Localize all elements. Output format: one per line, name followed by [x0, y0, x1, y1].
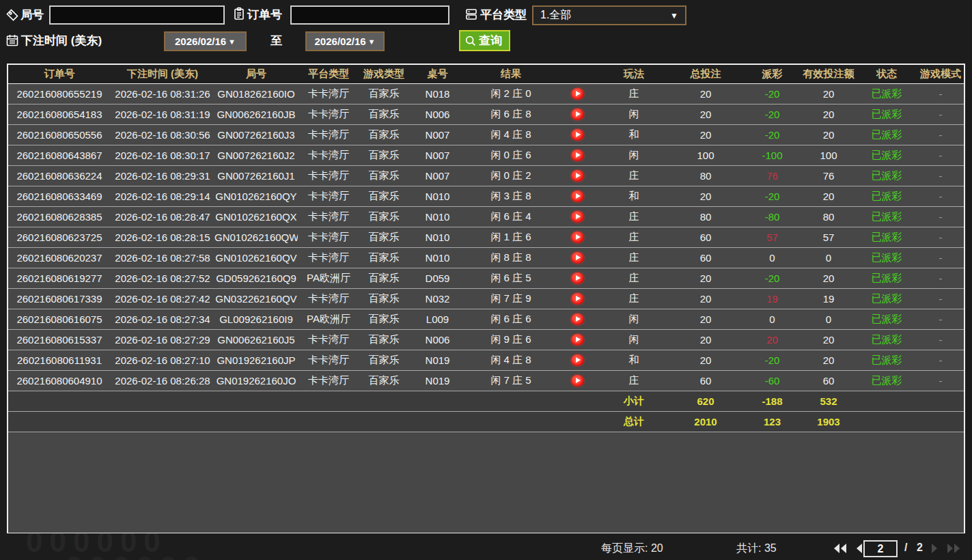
replay-icon[interactable] — [571, 211, 584, 223]
cell-round: GL009262160I9 — [214, 309, 298, 329]
cell-platform: 卡卡湾厅 — [298, 83, 359, 104]
cell-mode: - — [917, 227, 964, 247]
cell-platform: 卡卡湾厅 — [298, 247, 359, 268]
cell-round: GN006262160JB — [214, 104, 298, 124]
replay-cell — [555, 83, 600, 104]
platform-selected-value: 1.全部 — [540, 8, 571, 23]
cell-status: 已派彩 — [856, 124, 917, 145]
cell-time: 2026-02-16 08:27:52 — [111, 268, 214, 288]
table-row: 2602160806119312026-02-16 08:27:10GN0192… — [8, 350, 964, 370]
calendar-icon — [5, 33, 19, 47]
round-input[interactable] — [49, 5, 225, 25]
table-row: 2602160806552192026-02-16 08:31:26GN0182… — [8, 83, 964, 104]
cell-platform: 卡卡湾厅 — [298, 329, 359, 350]
replay-icon[interactable] — [571, 334, 584, 346]
cell-result: 闲 4 庄 8 — [467, 350, 555, 370]
order-label: 订单号 — [247, 5, 282, 25]
search-button[interactable]: 查询 — [459, 30, 510, 51]
platform-label: 平台类型 — [480, 5, 527, 25]
platform-select[interactable]: 1.全部 ▼ — [532, 5, 686, 25]
cell-time: 2026-02-16 08:28:15 — [111, 227, 214, 247]
cell-result: 闲 6 庄 6 — [467, 309, 555, 329]
replay-icon[interactable] — [571, 88, 584, 100]
cell-valid: 60 — [801, 370, 856, 391]
play-triangle — [576, 91, 581, 96]
cell-mode: - — [917, 165, 964, 186]
table-row: 2602160806173392026-02-16 08:27:42GN0322… — [8, 288, 964, 309]
cell-round: GN007262160J2 — [214, 145, 298, 165]
replay-icon[interactable] — [571, 109, 584, 120]
cell-payout: 20 — [743, 329, 801, 350]
cell-status: 已派彩 — [856, 145, 917, 165]
date-to-picker[interactable]: 2026/02/16 ▼ — [305, 31, 385, 51]
replay-icon[interactable] — [571, 272, 584, 284]
first-page-button[interactable] — [833, 542, 848, 555]
cell-platform: 卡卡湾厅 — [298, 206, 359, 227]
col-payout: 派彩 — [743, 65, 801, 83]
cell-status: 已派彩 — [856, 288, 917, 309]
cell-payout: 57 — [743, 227, 801, 247]
cell-game: 百家乐 — [359, 227, 408, 247]
cell-mode: - — [917, 350, 964, 370]
grand-total-row: 总计 2010 123 1903 — [8, 411, 964, 432]
cell-mode: - — [917, 206, 964, 227]
cell-status: 已派彩 — [856, 206, 917, 227]
order-input[interactable] — [290, 5, 449, 25]
cell-game: 百家乐 — [359, 329, 408, 350]
cell-payout: -20 — [743, 186, 801, 206]
cell-bet: 20 — [668, 186, 743, 206]
cell-order: 260216080617339 — [8, 288, 111, 309]
replay-icon[interactable] — [571, 375, 584, 387]
replay-icon[interactable] — [571, 313, 584, 325]
cell-game: 百家乐 — [359, 206, 408, 227]
to-label: 至 — [270, 31, 282, 51]
cell-table: N010 — [408, 206, 467, 227]
cell-payout: 19 — [743, 288, 801, 309]
cell-play_type: 庄 — [600, 206, 668, 227]
cell-status: 已派彩 — [856, 165, 917, 186]
cell-table: N010 — [408, 186, 467, 206]
cell-platform: 卡卡湾厅 — [298, 370, 359, 391]
page-separator: / — [904, 542, 907, 554]
replay-icon[interactable] — [571, 252, 584, 264]
replay-icon[interactable] — [571, 232, 584, 243]
replay-cell — [555, 268, 600, 288]
cell-table: N010 — [408, 227, 467, 247]
cell-round: GN010262160QX — [214, 206, 298, 227]
replay-icon[interactable] — [571, 191, 584, 202]
replay-icon[interactable] — [571, 354, 584, 366]
play-triangle — [576, 275, 581, 281]
date-to-value: 2026/02/16 — [315, 36, 366, 47]
cell-result: 闲 6 庄 4 — [467, 206, 555, 227]
replay-icon[interactable] — [571, 293, 584, 305]
cell-order: 260216080604910 — [8, 370, 111, 391]
play-triangle — [576, 193, 581, 199]
replay-icon[interactable] — [571, 150, 584, 161]
col-bet-time: 下注时间 (美东) — [111, 65, 214, 83]
total-count-label: 共计: 35 — [736, 542, 777, 556]
play-triangle — [576, 234, 581, 240]
cell-valid: 20 — [801, 350, 856, 370]
cell-payout: 0 — [743, 247, 801, 268]
cell-bet: 20 — [668, 104, 743, 124]
cell-payout: -80 — [743, 206, 801, 227]
cell-payout: -60 — [743, 370, 801, 391]
cell-order: 260216080654183 — [8, 104, 111, 124]
cell-table: N007 — [408, 124, 467, 145]
last-page-button-disabled[interactable] — [946, 542, 961, 555]
play-triangle — [576, 316, 581, 322]
cell-bet: 20 — [668, 268, 743, 288]
replay-icon[interactable] — [571, 170, 584, 182]
cell-round: GN019262160JO — [214, 370, 298, 391]
cell-payout: -20 — [743, 268, 801, 288]
chevron-down-icon: ▼ — [670, 11, 678, 20]
cell-valid: 0 — [801, 247, 856, 268]
cell-game: 百家乐 — [359, 288, 408, 309]
cell-order: 260216080623725 — [8, 227, 111, 247]
date-from-picker[interactable]: 2026/02/16 ▼ — [164, 31, 247, 51]
cell-table: L009 — [408, 309, 467, 329]
page-number-input[interactable] — [863, 540, 898, 557]
replay-icon[interactable] — [571, 129, 584, 141]
next-page-button-disabled[interactable] — [927, 542, 942, 555]
replay-cell — [555, 145, 600, 165]
